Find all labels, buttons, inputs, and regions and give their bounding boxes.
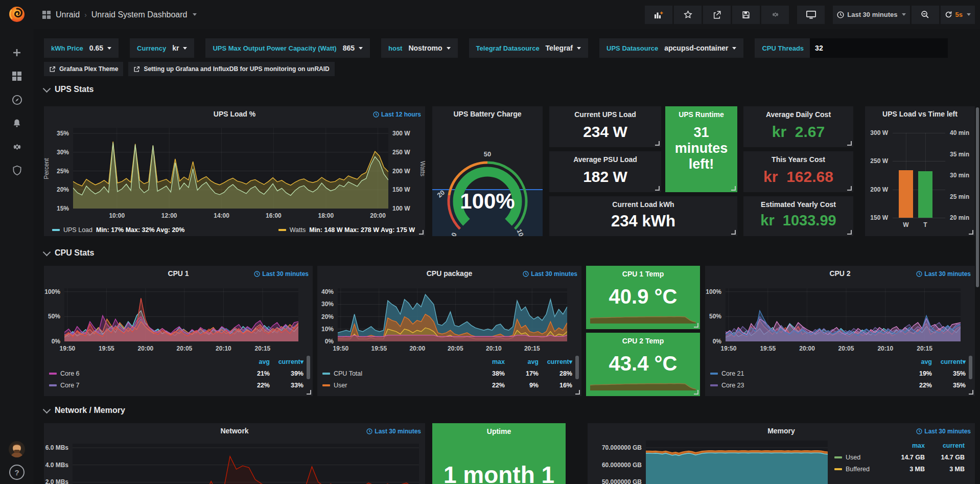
legend-scrollbar[interactable]: [575, 356, 579, 379]
legend-row[interactable]: Used14.7 GB14.7 GB: [834, 451, 965, 463]
legend-item[interactable]: UPS LoadMin: 17% Max: 32% Avg: 20%: [52, 226, 184, 234]
series-color-swatch[interactable]: [322, 384, 330, 386]
refresh-interval-label[interactable]: 5s: [955, 11, 963, 18]
section-network-memory[interactable]: Network / Memory: [44, 406, 125, 415]
share-button[interactable]: [703, 6, 731, 24]
panel-resize-handle[interactable]: [655, 186, 660, 191]
cpu-package-chart[interactable]: 0%10%20%30%40%19:5019:5520:0020:0520:102…: [338, 288, 567, 341]
stat-title[interactable]: CPU 1 Temp: [586, 270, 700, 278]
legend-row[interactable]: CPU Total38%17%28%: [322, 367, 572, 379]
time-override-link[interactable]: Last 30 minutes: [523, 270, 577, 278]
panel-resize-handle[interactable]: [694, 390, 698, 395]
legend-item[interactable]: WattsMin: 148 W Max: 278 W Avg: 175 W: [278, 226, 415, 234]
cpu2-chart[interactable]: 0%50%100%19:5019:5520:0020:0520:1020:15: [726, 288, 961, 341]
refresh-interval-caret-icon[interactable]: [967, 13, 971, 16]
add-icon[interactable]: [0, 41, 34, 64]
panel-title[interactable]: UPS Load %: [44, 110, 425, 118]
series-color-swatch[interactable]: [834, 456, 842, 458]
time-override-link[interactable]: Last 30 minutes: [366, 428, 421, 435]
ups-load-chart[interactable]: 15%20%25%30%35%100 W150 W200 W250 W300 W…: [73, 128, 388, 209]
stat-title[interactable]: UPS Runtime: [665, 110, 737, 119]
admin-shield-icon[interactable]: [0, 158, 34, 182]
link-ups-monitoring-guide[interactable]: Setting up Grafana and InfluxDB for UPS …: [128, 62, 334, 76]
legend-row[interactable]: User22%9%16%: [322, 379, 572, 391]
legend-sort-max[interactable]: max: [471, 358, 505, 365]
legend-sort-current[interactable]: current▾: [270, 358, 304, 365]
legend-row[interactable]: Buffered3 MB3 MB: [834, 463, 965, 475]
load-vs-time-bar-chart[interactable]: 300 W250 W200 W150 W40 min35 min30 min25…: [893, 133, 945, 218]
legend-scrollbar[interactable]: [969, 356, 972, 379]
legend-row[interactable]: Core 722%33%: [49, 379, 304, 391]
stat-title[interactable]: Current Load kWh: [549, 200, 737, 209]
panel-resize-handle[interactable]: [307, 390, 311, 395]
configuration-gear-icon[interactable]: [0, 135, 34, 158]
settings-gear-icon[interactable]: [761, 6, 789, 24]
alerting-bell-icon[interactable]: [0, 111, 34, 135]
memory-chart[interactable]: 50.000000 GB60.000000 GB70.000000 GB: [646, 441, 828, 484]
breadcrumb-root[interactable]: Unraid: [56, 10, 80, 19]
panel-resize-handle[interactable]: [847, 230, 852, 235]
variable-telegraf-datasource[interactable]: Telegraf Datasource Telegraf: [469, 38, 588, 58]
panel-resize-handle[interactable]: [847, 186, 852, 191]
grafana-logo[interactable]: [0, 0, 34, 28]
series-color-swatch[interactable]: [49, 373, 57, 375]
variable-kwh-price[interactable]: kWh Price 0.65: [44, 38, 119, 58]
help-icon[interactable]: ?: [9, 465, 25, 480]
cycle-view-tv-icon[interactable]: [797, 6, 825, 24]
dashboards-icon[interactable]: [0, 64, 34, 88]
stat-title[interactable]: Estimated Yearly Cost: [743, 200, 853, 209]
explore-icon[interactable]: [0, 88, 34, 111]
link-grafana-plex-theme[interactable]: Grafana Plex Theme: [44, 62, 123, 76]
section-cpu-stats[interactable]: CPU Stats: [44, 248, 94, 258]
time-override-link[interactable]: Last 12 hours: [373, 111, 421, 118]
variable-ups-max-output[interactable]: UPS Max Output Power Capacity (Watt) 865: [205, 38, 370, 58]
panel-resize-handle[interactable]: [419, 230, 424, 235]
panel-resize-handle[interactable]: [969, 230, 973, 235]
series-color-swatch[interactable]: [710, 373, 718, 375]
add-panel-button[interactable]: [645, 6, 672, 24]
legend-sort-current[interactable]: current▾: [932, 358, 966, 365]
bar-T[interactable]: [918, 171, 932, 218]
panel-title[interactable]: UPS Load vs Time left: [865, 110, 975, 118]
legend-row[interactable]: Core 2119%35%: [710, 367, 966, 379]
legend-sort-avg[interactable]: avg: [505, 358, 539, 365]
panel-title[interactable]: UPS Battery Charge: [432, 110, 543, 118]
variable-currency[interactable]: Currency kr: [130, 38, 194, 58]
bar-W[interactable]: [899, 170, 913, 218]
panel-resize-handle[interactable]: [731, 230, 736, 235]
stat-title[interactable]: Average PSU Load: [549, 155, 661, 164]
series-color-swatch[interactable]: [49, 384, 57, 386]
time-range-picker[interactable]: Last 30 minutes: [833, 6, 909, 24]
legend-sort-current[interactable]: current: [925, 442, 965, 449]
panel-resize-handle[interactable]: [655, 141, 660, 146]
time-override-link[interactable]: Last 30 minutes: [916, 428, 971, 435]
panel-resize-handle[interactable]: [969, 390, 973, 395]
section-ups-stats[interactable]: UPS Stats: [44, 85, 94, 94]
user-avatar[interactable]: [9, 441, 25, 457]
panel-resize-handle[interactable]: [731, 186, 736, 191]
time-override-link[interactable]: Last 30 minutes: [254, 270, 309, 278]
legend-sort-avg[interactable]: avg: [898, 358, 932, 365]
legend-sort-avg[interactable]: avg: [236, 358, 270, 365]
zoom-out-button[interactable]: [912, 6, 939, 24]
stat-title[interactable]: CPU 2 Temp: [586, 337, 700, 345]
panel-resize-handle[interactable]: [575, 390, 580, 395]
stat-title[interactable]: Current UPS Load: [549, 110, 661, 119]
page-scrollbar[interactable]: [976, 107, 979, 287]
series-color-swatch[interactable]: [710, 384, 718, 386]
time-override-link[interactable]: Last 30 minutes: [916, 270, 971, 278]
legend-sort-current[interactable]: current▾: [539, 358, 572, 365]
variable-host[interactable]: host Nostromo: [381, 38, 458, 58]
save-button[interactable]: [732, 6, 760, 24]
title-caret-icon[interactable]: [193, 13, 197, 16]
stat-title[interactable]: Average Daily Cost: [743, 110, 853, 119]
cpu-threads-input[interactable]: [810, 38, 948, 58]
panel-resize-handle[interactable]: [694, 323, 698, 328]
refresh-button[interactable]: 5s: [941, 6, 975, 24]
network-chart[interactable]: 2.0 MBs4.0 MBs6.0 MBs: [73, 444, 419, 484]
stat-title[interactable]: This Years Cost: [743, 155, 853, 164]
legend-sort-max[interactable]: max: [885, 442, 925, 449]
stat-title[interactable]: Uptime: [432, 427, 566, 435]
legend-scrollbar[interactable]: [307, 356, 310, 379]
panel-resize-handle[interactable]: [847, 141, 852, 146]
